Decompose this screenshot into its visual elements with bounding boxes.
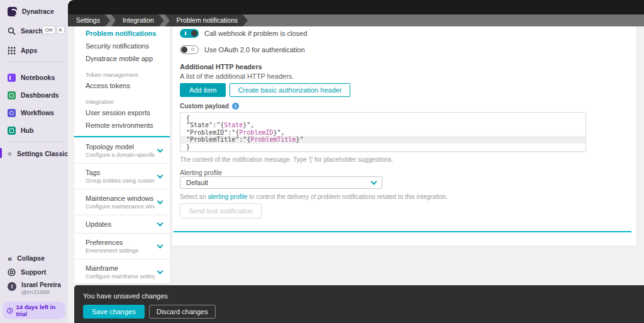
settings-nav-group-maintenance-windows[interactable]: Maintenance windowsConfigure maintenance… — [74, 189, 170, 215]
nav-group-title: Topology model — [86, 143, 155, 150]
toggle-label: Use OAuth 2.0 for authentication — [204, 46, 305, 54]
toggle-oauth[interactable]: Use OAuth 2.0 for authentication — [180, 45, 305, 54]
user-avatar: I — [8, 282, 16, 291]
info-icon[interactable]: i — [232, 103, 239, 110]
collapse-icon: « — [8, 254, 12, 263]
toggle-call-webhook[interactable]: Call webhook if problem is closed — [180, 29, 307, 38]
chevron-down-icon — [157, 198, 164, 205]
apps-grid-icon — [8, 47, 16, 55]
discard-changes-button[interactable]: Discard changes — [149, 305, 216, 319]
code-line: "ProblemTitle":"{ProblemTitle}" — [180, 136, 586, 143]
sidebar-item-label: Notebooks — [21, 74, 55, 81]
user-name: Israel Pereira — [21, 281, 61, 288]
support-icon — [8, 268, 16, 276]
unsaved-message: You have unsaved changes — [83, 292, 644, 300]
dashboards-icon — [8, 91, 16, 99]
unsaved-changes-bar: You have unsaved changes Save changes Di… — [74, 285, 644, 323]
breadcrumb: SettingsIntegrationProblem notifications — [68, 14, 644, 26]
collapse-label: Collapse — [17, 254, 45, 262]
brand-label: Dynatrace — [22, 8, 54, 15]
toggle-off-icon[interactable] — [180, 45, 199, 54]
support-label: Support — [21, 268, 46, 276]
sidebar-item-hub[interactable]: Hub — [0, 123, 68, 137]
notebooks-icon — [8, 74, 16, 82]
nav-group-title: Tags — [86, 169, 155, 176]
custom-payload-editor[interactable]: {"State":"{State}","ProblemID":"{Problem… — [180, 112, 586, 152]
sidebar-item-settings-classic[interactable]: Settings Classic — [0, 147, 68, 161]
nav-group-subtitle: Configure maintenance windows — [86, 203, 155, 210]
settings-nav-panel: Problem notificationsSecurity notificati… — [74, 26, 170, 283]
workflows-icon — [8, 109, 16, 117]
top-chrome-strip — [68, 0, 644, 14]
sidebar-item-collapse[interactable]: « Collapse — [0, 251, 68, 265]
sidebar-item-workflows[interactable]: Workflows — [0, 106, 68, 120]
create-basic-auth-button[interactable]: Create basic authorization header — [230, 83, 350, 97]
http-headers-actions: Add item Create basic authorization head… — [180, 83, 350, 97]
sidebar-item-notebooks[interactable]: Notebooks — [0, 71, 68, 84]
add-item-button[interactable]: Add item — [180, 83, 226, 97]
chevron-down-icon — [157, 268, 164, 275]
code-line: { — [180, 115, 586, 122]
sidebar-item-dashboards[interactable]: Dashboards — [0, 88, 68, 102]
settings-nav-group-mainframe[interactable]: MainframeConfigure mainframe settings — [74, 259, 170, 285]
nav-group-subtitle: Configure mainframe settings — [86, 273, 155, 280]
kbd-k: K — [57, 26, 65, 34]
alerting-profile-link[interactable]: alerting profile — [208, 193, 247, 200]
settings-nav-item-user-session-exports[interactable]: User session exports — [74, 106, 170, 119]
sidebar-divider — [6, 62, 62, 62]
nav-section-label: Integration — [74, 92, 170, 106]
breadcrumb-item-settings[interactable]: Settings — [68, 14, 110, 26]
send-test-notification-button[interactable]: Send test notification — [180, 203, 262, 218]
search-label: Search — [21, 27, 43, 35]
sidebar-divider — [6, 142, 62, 142]
settings-nav-group-topology-model[interactable]: Topology modelConfigure a domain-specifi… — [74, 137, 170, 163]
sidebar-item-label: Dashboards — [21, 91, 59, 99]
chevron-down-icon — [371, 179, 377, 185]
alerting-profile-select[interactable]: Default — [180, 176, 382, 189]
settings-nav-item-security-notifications[interactable]: Security notifications — [74, 40, 170, 52]
settings-classic-label: Settings Classic — [17, 150, 68, 157]
settings-nav-group-preferences[interactable]: PreferencesEnvironment settings — [74, 233, 170, 259]
toggle-label: Call webhook if problem is closed — [204, 30, 307, 37]
sidebar-item-label: Hub — [21, 127, 33, 134]
settings-nav-item-dynatrace-mobile-app[interactable]: Dynatrace mobile app — [74, 52, 170, 65]
brand-logo[interactable]: Dynatrace — [0, 4, 68, 18]
settings-nav-group-updates[interactable]: Updates — [74, 215, 170, 233]
selected-indicator — [0, 148, 2, 158]
sidebar-item-support[interactable]: Support — [0, 265, 68, 279]
nav-group-title: Updates — [86, 220, 155, 228]
trial-label: 14 days left in trial — [16, 303, 61, 317]
user-id: qbm31699 — [21, 288, 61, 295]
toggle-on-icon[interactable] — [180, 29, 199, 38]
http-headers-description: A list of the additional HTTP headers. — [180, 72, 294, 80]
chevron-down-icon — [157, 147, 164, 153]
settings-nav-item-access-tokens[interactable]: Access tokens — [74, 79, 170, 92]
sidebar-item-search[interactable]: Search Ctrl K — [0, 24, 68, 38]
breadcrumb-item-problem-notifications[interactable]: Problem notifications — [165, 14, 248, 26]
gear-icon — [8, 150, 12, 158]
settings-nav-group-tags[interactable]: TagsGroup entities using custom tags — [74, 163, 170, 189]
nav-group-subtitle: Configure a domain-specific topology mod… — [86, 152, 155, 158]
chevron-down-icon — [157, 220, 164, 227]
user-menu[interactable]: I Israel Pereira qbm31699 — [0, 281, 68, 299]
chevron-down-icon — [157, 242, 164, 249]
alerting-profile-label: Alerting profile — [180, 169, 222, 176]
settings-nav-item-remote-environments[interactable]: Remote environments — [74, 119, 170, 132]
custom-payload-hint: The content of the notification message.… — [180, 156, 393, 163]
breadcrumb-item-integration[interactable]: Integration — [111, 14, 164, 26]
trial-banner[interactable]: 14 days left in trial — [3, 302, 65, 319]
nav-group-title: Maintenance windows — [86, 195, 155, 202]
sidebar-item-label: Workflows — [21, 109, 54, 116]
kbd-ctrl: Ctrl — [42, 26, 55, 34]
settings-nav-item-problem-notifications[interactable]: Problem notifications — [74, 27, 170, 40]
nav-group-title: Preferences — [86, 239, 155, 246]
nav-section-label: Token management — [74, 65, 170, 79]
main-content: Call webhook if problem is closed Use OA… — [172, 26, 636, 246]
http-headers-title: Additional HTTP headers — [180, 63, 262, 71]
save-changes-button[interactable]: Save changes — [83, 305, 145, 319]
app-sidebar: Dynatrace Search Ctrl K Apps NotebooksDa… — [0, 0, 68, 323]
code-line: "ProblemID":"{ProblemID}", — [180, 129, 586, 136]
sidebar-item-apps[interactable]: Apps — [0, 43, 68, 57]
search-shortcut: Ctrl K — [42, 26, 65, 34]
clock-icon — [7, 307, 13, 314]
